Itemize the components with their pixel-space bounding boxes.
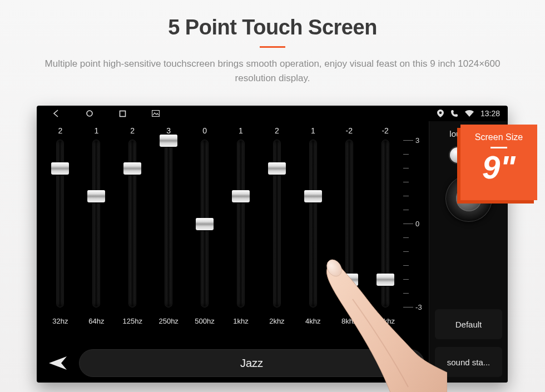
eq-band-value: -2 xyxy=(382,125,388,137)
eq-band-freq: 500hz xyxy=(195,317,214,327)
eq-band: 22khz xyxy=(259,125,295,341)
eq-band-freq: 125hz xyxy=(123,317,142,327)
eq-band: 164hz xyxy=(78,125,115,341)
eq-band: 14khz xyxy=(295,125,331,341)
eq-band: 2125hz xyxy=(115,125,151,341)
equalizer: 232hz164hz2125hz3250hz0500hz11khz22khz14… xyxy=(37,121,429,383)
eq-slider-track[interactable] xyxy=(57,140,63,307)
sound-stage-button[interactable]: sound sta... xyxy=(435,347,502,377)
eq-band-value: 2 xyxy=(275,125,279,137)
eq-slider-knob[interactable] xyxy=(376,274,394,286)
eq-band-value: 2 xyxy=(58,125,63,137)
eq-slider-track[interactable] xyxy=(382,140,389,307)
eq-slider-knob[interactable] xyxy=(51,162,69,175)
eq-slider-track[interactable] xyxy=(201,140,208,307)
eq-slider-track[interactable] xyxy=(129,140,136,307)
nav-home-icon[interactable] xyxy=(86,110,93,117)
badge-label: Screen Size xyxy=(460,132,537,142)
eq-band-value: 1 xyxy=(239,125,243,137)
hero-subtitle: Multiple point high-sensitive touchscree… xyxy=(42,57,503,85)
hero-rule xyxy=(260,46,285,48)
eq-band-value: 2 xyxy=(130,125,135,137)
back-button[interactable] xyxy=(44,353,69,373)
clock-text: 13:28 xyxy=(480,109,500,118)
default-button[interactable]: Default xyxy=(435,309,502,339)
eq-band: 3250hz xyxy=(151,125,187,341)
eq-band: -28khz xyxy=(331,125,367,341)
eq-slider-track[interactable] xyxy=(165,140,172,307)
eq-band-freq: 64hz xyxy=(88,317,104,327)
eq-band: -216khz xyxy=(367,125,403,341)
svg-rect-2 xyxy=(152,111,160,117)
eq-slider-knob[interactable] xyxy=(196,218,214,230)
eq-slider-track[interactable] xyxy=(93,140,100,307)
eq-slider-knob[interactable] xyxy=(340,274,358,286)
eq-slider-track[interactable] xyxy=(346,140,353,307)
status-bar: 13:28 xyxy=(37,106,508,121)
svg-point-0 xyxy=(87,111,92,116)
device-frame: 13:28 232hz164hz2125hz3250hz0500hz11khz2… xyxy=(37,106,508,383)
eq-slider-knob[interactable] xyxy=(232,190,250,202)
eq-scale: 30-3 xyxy=(403,140,427,307)
eq-slider-knob[interactable] xyxy=(87,190,105,202)
nav-back-icon[interactable] xyxy=(52,110,60,117)
eq-band-value: 1 xyxy=(311,125,315,137)
image-icon[interactable] xyxy=(152,110,160,117)
svg-rect-1 xyxy=(120,111,126,116)
eq-band-value: -2 xyxy=(345,125,352,137)
eq-scale-label: 0 xyxy=(415,220,419,228)
default-button-label: Default xyxy=(455,320,482,329)
eq-band: 0500hz xyxy=(187,125,223,341)
location-icon xyxy=(437,110,444,117)
eq-band-freq: 4khz xyxy=(305,317,320,327)
eq-band-freq: 32hz xyxy=(52,317,68,327)
hero-title: 5 Point Touch Screen xyxy=(0,16,545,39)
sound-stage-button-label: sound sta... xyxy=(447,358,490,367)
wifi-icon xyxy=(465,110,474,117)
preset-button[interactable]: Jazz xyxy=(79,349,424,377)
eq-slider-track[interactable] xyxy=(274,140,280,307)
badge-rule xyxy=(490,147,507,148)
hero: 5 Point Touch Screen Multiple point high… xyxy=(0,0,545,85)
eq-slider-knob[interactable] xyxy=(160,135,177,147)
eq-band-freq: 2khz xyxy=(269,317,284,327)
eq-band-freq: 16khz xyxy=(375,317,395,327)
eq-band: 232hz xyxy=(42,125,78,341)
preset-label: Jazz xyxy=(240,357,263,370)
eq-slider-knob[interactable] xyxy=(123,162,141,175)
eq-slider-track[interactable] xyxy=(237,140,244,307)
eq-slider-knob[interactable] xyxy=(304,190,322,202)
eq-band-value: 0 xyxy=(202,125,207,137)
eq-band-freq: 8khz xyxy=(341,317,356,327)
eq-band-value: 1 xyxy=(94,125,98,137)
screen-size-badge: Screen Size 9" xyxy=(460,125,537,200)
eq-slider-knob[interactable] xyxy=(268,162,286,175)
eq-slider-track[interactable] xyxy=(310,140,316,307)
eq-band: 11khz xyxy=(223,125,259,341)
eq-band-freq: 250hz xyxy=(158,317,178,327)
nav-recent-icon[interactable] xyxy=(119,110,126,117)
phone-icon xyxy=(450,110,458,117)
badge-value: 9" xyxy=(460,150,537,185)
eq-scale-label: 3 xyxy=(415,136,419,145)
eq-scale-label: -3 xyxy=(415,303,422,311)
eq-band-freq: 1khz xyxy=(233,317,248,327)
